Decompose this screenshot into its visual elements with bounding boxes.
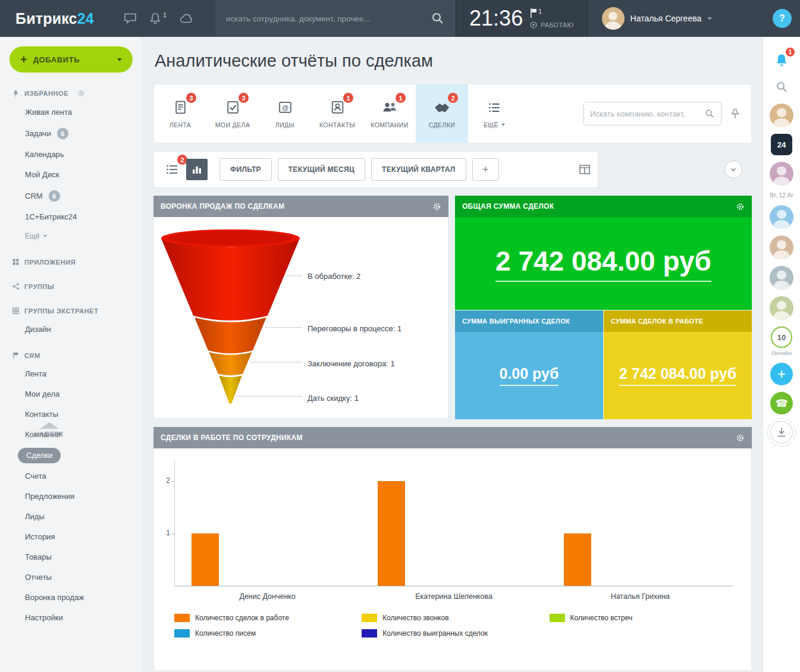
help-button[interactable]: ? bbox=[773, 9, 792, 28]
sidebar-item[interactable]: Отчеты bbox=[0, 567, 142, 588]
user-menu[interactable]: Наталья Сергеева bbox=[602, 7, 713, 30]
total-sum-value[interactable]: 2 742 084.00 руб bbox=[495, 245, 711, 282]
gear-icon[interactable] bbox=[736, 202, 745, 211]
search-icon[interactable] bbox=[704, 108, 715, 119]
logo-brand: Битрикс bbox=[15, 10, 77, 27]
avatar[interactable] bbox=[770, 296, 793, 320]
legend-item: Количество сделок в работе bbox=[174, 614, 362, 622]
sidebar-item[interactable]: Предложения bbox=[0, 486, 142, 507]
work-status-label: РАБОТАЮ bbox=[541, 21, 573, 29]
add-button[interactable]: + ДОБАВИТЬ bbox=[10, 46, 133, 73]
sidebar-item[interactable]: Мой Диск bbox=[0, 165, 142, 185]
category-label: Екатерина Шеленкова bbox=[360, 592, 547, 601]
global-search-input[interactable] bbox=[226, 14, 425, 23]
legend-swatch bbox=[362, 614, 377, 622]
bar[interactable] bbox=[378, 481, 405, 586]
crm-search bbox=[583, 102, 721, 125]
tab-companies[interactable]: КОМПАНИИ1 bbox=[363, 84, 416, 143]
avatar[interactable] bbox=[770, 235, 793, 259]
board-view-icon[interactable] bbox=[579, 164, 591, 175]
widget-title: ВОРОНКА ПРОДАЖ ПО СДЕЛКАМ bbox=[161, 202, 284, 211]
scroll-to-top[interactable]: НАВЕРХ bbox=[34, 422, 64, 438]
work-status[interactable]: РАБОТАЮ bbox=[530, 21, 573, 29]
app-logo[interactable]: Битрикс24 bbox=[15, 10, 94, 27]
chat-icon[interactable] bbox=[124, 12, 137, 24]
gear-icon[interactable] bbox=[432, 202, 441, 211]
sidebar-item[interactable]: Лента bbox=[0, 364, 142, 384]
rail-search-icon[interactable] bbox=[770, 77, 793, 97]
crm-tabs-bar: ЛЕНТА3МОИ ДЕЛА3@ЛИДЫКОНТАКТЫ1КОМПАНИИ1СД… bbox=[153, 84, 752, 143]
sidebar-item[interactable]: Задачи6 bbox=[0, 123, 142, 145]
sidebar-item[interactable]: История bbox=[0, 527, 142, 547]
current-month-button[interactable]: ТЕКУЩИЙ МЕСЯЦ bbox=[278, 158, 365, 181]
cloud-icon[interactable] bbox=[180, 13, 194, 24]
sidebar-item[interactable]: 1С+Битрикс24 bbox=[0, 207, 142, 227]
tab-badge: 3 bbox=[186, 93, 196, 103]
bitrix24-badge[interactable]: 24 bbox=[771, 134, 792, 155]
avatar[interactable] bbox=[770, 162, 793, 186]
sidebar-item[interactable]: Компании bbox=[0, 425, 142, 445]
bar[interactable] bbox=[564, 533, 591, 586]
bar[interactable] bbox=[192, 533, 219, 586]
working-sum-value[interactable]: 2 742 084.00 руб bbox=[619, 365, 736, 386]
phone-button[interactable]: ☎ bbox=[770, 392, 793, 414]
sidebar-item[interactable]: Дизайн bbox=[0, 319, 142, 340]
tab-my-activities[interactable]: МОИ ДЕЛА3 bbox=[206, 84, 259, 143]
user-avatar[interactable] bbox=[602, 7, 625, 30]
funnel-stage-label: В обработке: 2 bbox=[308, 272, 360, 281]
avatar[interactable] bbox=[770, 103, 793, 127]
sidebar-item[interactable]: Контакты bbox=[0, 404, 142, 425]
add-filter-button[interactable]: + bbox=[472, 158, 499, 181]
legend-swatch bbox=[550, 614, 565, 622]
rail-bell-badge: 1 bbox=[786, 48, 795, 56]
gear-icon[interactable] bbox=[77, 89, 85, 98]
search-icon[interactable] bbox=[431, 11, 445, 26]
sidebar-item[interactable]: Счета bbox=[0, 466, 142, 486]
list-view-toggle[interactable]: 2 bbox=[161, 159, 183, 180]
y-axis-tick-mark bbox=[172, 533, 175, 534]
crm-search-input[interactable] bbox=[590, 109, 699, 118]
tab-feed[interactable]: ЛЕНТА3 bbox=[154, 84, 206, 143]
total-sum-widget: ОБЩАЯ СУММА СДЕЛОК 2 742 084.00 руб bbox=[455, 196, 752, 310]
avatar[interactable] bbox=[770, 266, 793, 290]
sidebar-item[interactable]: Живая лента bbox=[0, 102, 142, 123]
sidebar-section-header[interactable]: ГРУППЫ ЭКСТРАНЕТ bbox=[0, 295, 142, 319]
online-counter[interactable]: 10 Онлайн bbox=[771, 326, 792, 356]
todo-icon bbox=[225, 99, 241, 116]
collapse-widgets-button[interactable] bbox=[724, 161, 742, 178]
sidebar-section-header[interactable]: CRM bbox=[0, 340, 142, 364]
sidebar-item[interactable]: CRM6 bbox=[0, 185, 142, 207]
rail-notifications-bell-icon[interactable]: 1 bbox=[770, 50, 793, 70]
won-sum-value[interactable]: 0.00 руб bbox=[500, 365, 559, 386]
current-quarter-button[interactable]: ТЕКУЩИЙ КВАРТАЛ bbox=[371, 158, 466, 181]
download-button[interactable] bbox=[770, 421, 793, 444]
sidebar-item[interactable]: Сделки bbox=[0, 445, 142, 466]
sidebar-section-header[interactable]: ПРИЛОЖЕНИЯ bbox=[0, 246, 142, 271]
sidebar-section-header[interactable]: ГРУППЫ bbox=[0, 271, 142, 295]
legend-item: Количество звонков bbox=[362, 614, 549, 622]
sidebar-section-header[interactable]: ИЗБРАННОЕ bbox=[0, 77, 142, 102]
sidebar-item[interactable]: Мои дела bbox=[0, 384, 142, 404]
sidebar-item[interactable]: Календарь bbox=[0, 145, 142, 165]
tab-leads[interactable]: @ЛИДЫ bbox=[259, 84, 311, 143]
rail-add-button[interactable]: + bbox=[770, 363, 793, 385]
notifications-bell-icon[interactable]: 1 bbox=[150, 12, 167, 24]
filter-button[interactable]: ФИЛЬТР bbox=[219, 158, 272, 181]
chart-view-toggle[interactable] bbox=[186, 159, 208, 180]
flag-icon bbox=[12, 351, 20, 359]
y-axis-tick-mark bbox=[172, 481, 175, 482]
sidebar-item[interactable]: Товары bbox=[0, 547, 142, 567]
pin-icon[interactable] bbox=[730, 108, 741, 119]
sidebar-item[interactable]: Воронка продаж bbox=[0, 588, 142, 608]
flag-icon[interactable]: 1 bbox=[530, 8, 573, 18]
gear-icon[interactable] bbox=[736, 434, 745, 442]
tab-more[interactable]: ЕЩЁ bbox=[468, 84, 520, 143]
tab-contacts[interactable]: КОНТАКТЫ1 bbox=[311, 84, 363, 143]
sidebar-item[interactable]: Лиды bbox=[0, 507, 142, 527]
sidebar-item[interactable]: Ещё bbox=[0, 227, 142, 246]
sidebar-item[interactable]: Настройки bbox=[0, 608, 142, 628]
tab-deals[interactable]: СДЕЛКИ2 bbox=[416, 84, 468, 143]
funnel-stage-label: Заключение договора: 1 bbox=[308, 359, 395, 368]
avatar[interactable] bbox=[770, 205, 793, 229]
legend-label: Количество писем bbox=[195, 629, 256, 638]
